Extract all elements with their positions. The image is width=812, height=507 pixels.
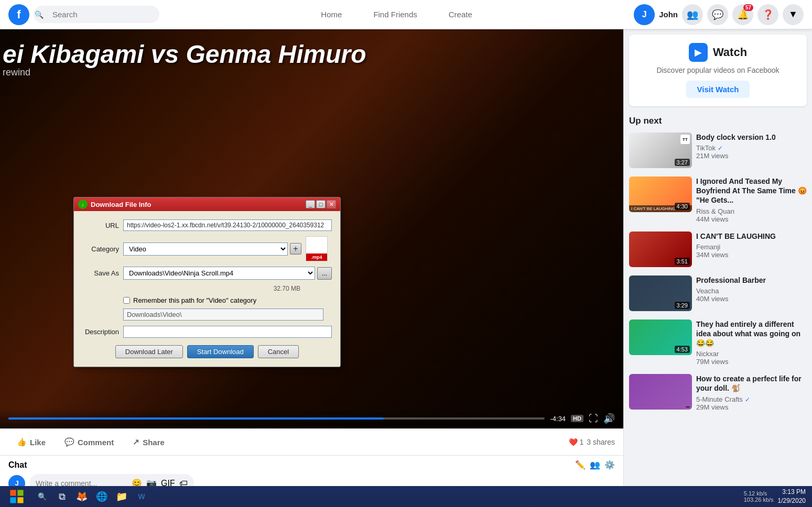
facebook-navbar: f 🔍 Home Find Friends Create J John 👥 💬 …: [0, 0, 812, 29]
video-card-1[interactable]: I CAN'T BE LAUGHING 4:30 I Ignored And T…: [624, 172, 812, 227]
category-row: Category Video + .mp4: [82, 236, 332, 261]
video-channel-5: 5-Minute Crafts ✓: [696, 395, 807, 403]
file-manager-btn[interactable]: 📁: [112, 487, 131, 506]
start-download-btn[interactable]: Start Download: [187, 345, 254, 358]
video-title-1: I Ignored And Teased My Boyfriend At The…: [696, 177, 807, 205]
like-btn[interactable]: 👍 Like: [8, 433, 54, 451]
share-btn[interactable]: ↗ Share: [124, 433, 173, 451]
watch-logo: ▶: [689, 43, 708, 62]
close-btn[interactable]: ✕: [327, 200, 336, 208]
share-icon: ↗: [133, 437, 139, 447]
save-as-select[interactable]: Downloads\Video\Ninja Scroll.mp4: [123, 267, 315, 280]
url-input[interactable]: [123, 219, 332, 231]
browser-btn-chrome[interactable]: 🌐: [92, 487, 111, 506]
category-select-wrap: Video +: [123, 243, 301, 256]
notifications-icon-btn[interactable]: 🔔 57: [732, 4, 753, 25]
svg-rect-0: [10, 490, 16, 495]
network-speeds: 5.12 kb/s 103.26 kb/s: [744, 490, 774, 503]
cortana-btn[interactable]: 🔍: [33, 487, 51, 506]
minimize-btn[interactable]: _: [306, 200, 315, 208]
taskbar-clock[interactable]: 3:13 PM 1/29/2020: [778, 488, 806, 505]
video-views-0: 21M views: [696, 152, 807, 160]
video-card-5[interactable]: How to create a perfect life for your do…: [624, 370, 812, 415]
category-select[interactable]: Video: [123, 243, 288, 256]
chat-group-icon[interactable]: 👥: [590, 460, 600, 470]
shares-count: 3 shares: [587, 438, 615, 446]
watch-card: ▶ Watch Discover popular videos on Faceb…: [629, 35, 807, 106]
taskbar-right: 5.12 kb/s 103.26 kb/s 3:13 PM 1/29/2020: [744, 488, 810, 505]
video-channel-4: Nickxar: [696, 350, 807, 358]
cancel-btn[interactable]: Cancel: [258, 345, 299, 358]
comment-btn[interactable]: 💬 Comment: [56, 433, 122, 451]
visit-watch-btn[interactable]: Visit Watch: [686, 81, 749, 98]
verified-icon-0: ✓: [718, 145, 723, 152]
svg-rect-1: [17, 490, 23, 495]
reaction-emoji: ❤️ 1: [569, 438, 584, 446]
video-info-2: I CAN'T BE LAUGHING Femanji 34M views: [696, 232, 807, 267]
chat-title: Chat: [8, 460, 27, 470]
video-thumb-3: 3:29: [629, 275, 692, 311]
video-duration-5: [686, 406, 690, 407]
video-duration-1: 4:30: [675, 203, 690, 210]
video-views-2: 34M views: [696, 251, 807, 259]
word-btn[interactable]: W: [132, 487, 151, 506]
task-view-btn[interactable]: ⧉: [52, 487, 71, 506]
download-dialog: ↓ Download File Info _ □ ✕ URL: [73, 197, 341, 367]
video-thumb-2: 3:51: [629, 232, 692, 267]
more-icon-btn[interactable]: ▼: [783, 4, 804, 25]
video-card-2[interactable]: 3:51 I CAN'T BE LAUGHING Femanji 34M vie…: [624, 227, 812, 271]
video-views-5: 29M views: [696, 403, 807, 411]
user-avatar[interactable]: J: [634, 4, 655, 25]
video-views-1: 44M views: [696, 215, 807, 223]
save-as-wrap: Downloads\Video\Ninja Scroll.mp4 ...: [123, 267, 332, 280]
friends-icon-btn[interactable]: 👥: [682, 4, 703, 25]
comment-icon: 💬: [64, 437, 74, 447]
video-card-0[interactable]: TT 3:27 Body clock version 1.0 TikTok ✓ …: [624, 128, 812, 172]
mp4-icon: .mp4: [306, 236, 328, 261]
file-size-display: 32.70 MB: [82, 285, 300, 292]
video-title-2: I CAN'T BE LAUGHING: [696, 232, 807, 241]
save-as-row: Save As Downloads\Video\Ninja Scroll.mp4…: [82, 267, 332, 280]
chat-settings-icon[interactable]: ⚙️: [604, 460, 615, 470]
reactions-display: ❤️ 1 3 shares: [569, 433, 615, 451]
video-channel-3: Veacha: [696, 287, 807, 295]
watch-title: Watch: [713, 46, 747, 59]
search-input[interactable]: [34, 6, 159, 23]
restore-btn[interactable]: □: [316, 200, 326, 208]
video-duration-3: 3:29: [675, 302, 690, 309]
dialog-title-left: ↓ Download File Info: [78, 200, 151, 209]
nav-create[interactable]: Create: [434, 6, 487, 23]
video-card-4[interactable]: 4:53 They had entirely a different idea …: [624, 315, 812, 370]
verified-icon-5: ✓: [745, 396, 750, 403]
like-icon: 👍: [17, 437, 27, 447]
chat-edit-icon[interactable]: ✏️: [575, 460, 586, 470]
video-duration-4: 4:53: [675, 346, 690, 353]
video-title-0: Body clock version 1.0: [696, 133, 807, 142]
video-thumb-5: [629, 374, 692, 410]
video-thumb-1: I CAN'T BE LAUGHING 4:30: [629, 177, 692, 212]
username-label[interactable]: John: [659, 10, 678, 19]
video-thumb-0: TT 3:27: [629, 133, 692, 168]
video-thumb-4: 4:53: [629, 319, 692, 355]
video-info-0: Body clock version 1.0 TikTok ✓ 21M view…: [696, 133, 807, 168]
start-btn[interactable]: [2, 487, 31, 506]
facebook-logo[interactable]: f: [8, 4, 29, 25]
video-title-3: Professional Barber: [696, 275, 807, 285]
video-card-3[interactable]: 3:29 Professional Barber Veacha 40M view…: [624, 271, 812, 315]
nav-find-friends[interactable]: Find Friends: [359, 6, 431, 23]
remember-label: Remember this path for "Video" category: [133, 296, 256, 304]
browser-btn-firefox[interactable]: 🦊: [72, 487, 91, 506]
description-input[interactable]: [123, 326, 332, 338]
add-category-btn[interactable]: +: [290, 243, 301, 255]
up-next-header: Up next: [624, 112, 812, 128]
video-info-3: Professional Barber Veacha 40M views: [696, 275, 807, 311]
browse-btn[interactable]: ...: [317, 267, 332, 280]
video-info-1: I Ignored And Teased My Boyfriend At The…: [696, 177, 807, 223]
path-input[interactable]: [123, 308, 323, 321]
remember-checkbox[interactable]: [123, 297, 130, 304]
nav-home[interactable]: Home: [306, 6, 356, 23]
messenger-icon-btn[interactable]: 💬: [707, 4, 728, 25]
video-channel-0: TikTok ✓: [696, 144, 807, 152]
download-later-btn[interactable]: Download Later: [115, 345, 183, 358]
help-icon-btn[interactable]: ❓: [757, 4, 778, 25]
